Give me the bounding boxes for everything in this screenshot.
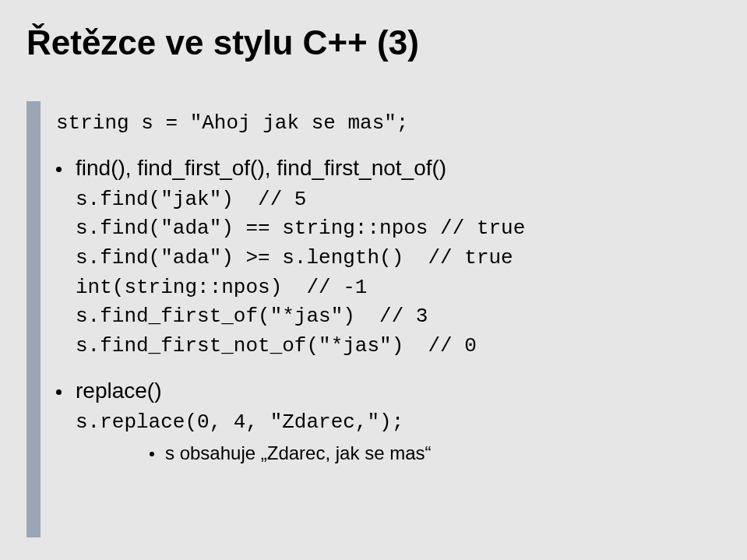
bullet-dot-icon	[150, 452, 154, 456]
code-line: s.find("jak") // 5	[76, 185, 718, 215]
code-line: s.find_first_not_of("*jas") // 0	[76, 332, 718, 361]
slide-content: string s = "Ahoj jak se mas"; find(), fi…	[56, 109, 718, 464]
code-line: s.find_first_of("*jas") // 3	[76, 302, 718, 332]
code-line: s.replace(0, 4, "Zdarec,");	[76, 408, 718, 438]
sub-bullet: s obsahuje „Zdarec, jak se mas“	[150, 442, 718, 464]
code-line: int(string::npos) // -1	[76, 273, 718, 303]
bullet-dot-icon	[56, 389, 62, 395]
code-block-replace: s.replace(0, 4, "Zdarec,");	[76, 408, 718, 438]
bullet-replace: replace()	[56, 379, 718, 403]
accent-bar	[26, 101, 41, 537]
slide: Řetězce ve stylu C++ (3) string s = "Aho…	[0, 0, 747, 560]
sub-bullet-text: s obsahuje „Zdarec, jak se mas“	[165, 442, 431, 464]
code-line: s.find("ada") >= s.length() // true	[76, 244, 718, 273]
bullet-find: find(), find_first_of(), find_first_not_…	[56, 156, 718, 181]
code-block-find: s.find("jak") // 5 s.find("ada") == stri…	[76, 185, 718, 361]
code-line: s.find("ada") == string::npos // true	[76, 214, 718, 244]
bullet-replace-label: replace()	[76, 379, 161, 403]
code-declaration: string s = "Ahoj jak se mas";	[56, 109, 718, 139]
bullet-dot-icon	[56, 167, 62, 172]
bullet-find-label: find(), find_first_of(), find_first_not_…	[76, 156, 446, 181]
slide-title: Řetězce ve stylu C++ (3)	[26, 23, 419, 62]
